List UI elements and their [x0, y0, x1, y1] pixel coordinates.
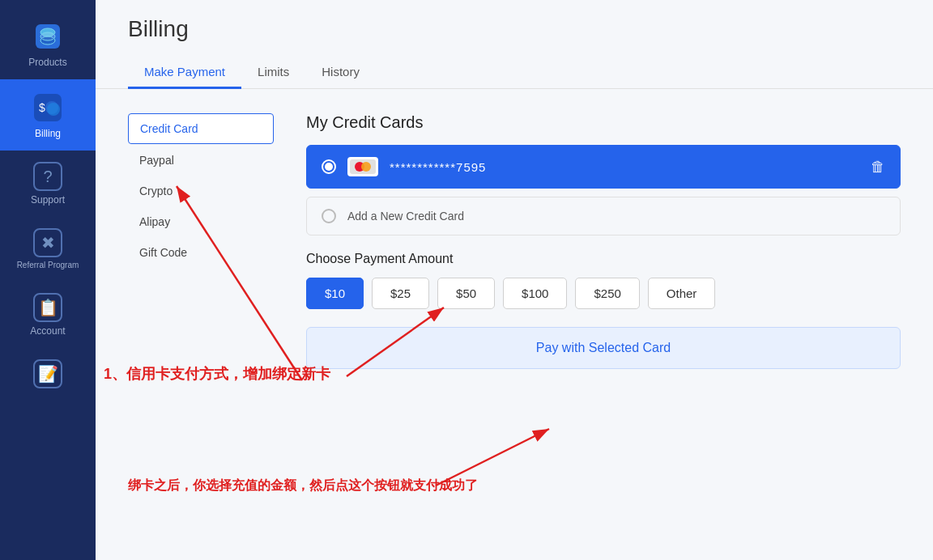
- support-icon: ?: [33, 162, 62, 191]
- tab-history[interactable]: History: [305, 57, 376, 89]
- add-card-radio: [322, 209, 336, 223]
- payment-method-crypto[interactable]: Crypto: [128, 176, 274, 206]
- tab-limits[interactable]: Limits: [241, 57, 305, 89]
- sidebar-item-products[interactable]: Products: [0, 8, 96, 79]
- amount-btn-50[interactable]: $50: [437, 278, 495, 309]
- tabs-bar: Make Payment Limits History: [96, 57, 933, 89]
- payment-method-alipay[interactable]: Alipay: [128, 207, 274, 236]
- payment-amount-section: Choose Payment Amount $10 $25 $50 $100 $…: [306, 252, 901, 309]
- amount-btn-100[interactable]: $100: [503, 278, 567, 309]
- add-new-card-item[interactable]: Add a New Credit Card: [306, 197, 901, 235]
- sidebar-item-extra[interactable]: 📝: [0, 348, 96, 403]
- svg-point-10: [47, 103, 60, 116]
- extra-icon: 📝: [33, 359, 62, 388]
- sidebar-item-referral[interactable]: ✖ Referral Program: [0, 217, 96, 282]
- amount-btn-other[interactable]: Other: [648, 278, 716, 309]
- svg-line-17: [436, 429, 549, 486]
- sidebar-label-referral: Referral Program: [17, 261, 79, 270]
- sidebar-label-products: Products: [28, 57, 66, 68]
- amount-buttons: $10 $25 $50 $100 $250 Other: [306, 278, 901, 309]
- amount-btn-250[interactable]: $250: [575, 278, 639, 309]
- account-icon: 📋: [33, 293, 62, 322]
- card-icon: [347, 157, 378, 176]
- referral-icon: ✖: [33, 228, 62, 257]
- sidebar-item-account[interactable]: 📋 Account: [0, 282, 96, 348]
- payment-method-gift-code[interactable]: Gift Code: [128, 238, 274, 267]
- payment-methods-list: Credit Card Paypal Crypto Alipay Gift Co…: [128, 113, 274, 369]
- svg-text:$: $: [39, 101, 45, 114]
- payment-method-credit-card[interactable]: Credit Card: [128, 113, 274, 144]
- sidebar-item-support[interactable]: ? Support: [0, 151, 96, 217]
- pay-button-wrapper: Pay with Selected Card: [306, 327, 901, 369]
- svg-point-13: [361, 162, 371, 172]
- sidebar: Products $ Billing ? Support ✖ Referral …: [0, 0, 96, 560]
- amount-label: Choose Payment Amount: [306, 252, 901, 266]
- page-title: Billing: [128, 16, 901, 42]
- content-area: Credit Card Paypal Crypto Alipay Gift Co…: [96, 89, 933, 393]
- page-header: Billing: [96, 0, 933, 57]
- amount-btn-10[interactable]: $10: [306, 278, 364, 309]
- delete-card-button[interactable]: 🗑: [871, 159, 885, 176]
- sidebar-label-account: Account: [30, 325, 65, 337]
- sidebar-label-billing: Billing: [35, 128, 61, 139]
- products-icon: [31, 19, 65, 53]
- selected-card-item[interactable]: ************7595 🗑: [306, 145, 901, 189]
- content-wrapper: Credit Card Paypal Crypto Alipay Gift Co…: [96, 89, 933, 560]
- billing-icon: $: [31, 91, 65, 125]
- sidebar-item-billing[interactable]: $ Billing: [0, 79, 96, 151]
- card-radio-selected: [322, 159, 336, 174]
- amount-btn-25[interactable]: $25: [372, 278, 429, 309]
- tab-make-payment[interactable]: Make Payment: [128, 57, 241, 89]
- card-number: ************7595: [390, 160, 859, 174]
- payment-panel: My Credit Cards ************7595 🗑: [306, 113, 901, 369]
- main-content: Billing Make Payment Limits History Cred…: [96, 0, 933, 560]
- sidebar-label-support: Support: [31, 194, 65, 206]
- credit-cards-title: My Credit Cards: [306, 113, 901, 132]
- pay-with-card-button[interactable]: Pay with Selected Card: [306, 327, 901, 369]
- annotation-text-2: 绑卡之后，你选择充值的金额，然后点这个按钮就支付成功了: [128, 477, 478, 494]
- payment-method-paypal[interactable]: Paypal: [128, 146, 274, 175]
- add-card-label: Add a New Credit Card: [347, 210, 464, 223]
